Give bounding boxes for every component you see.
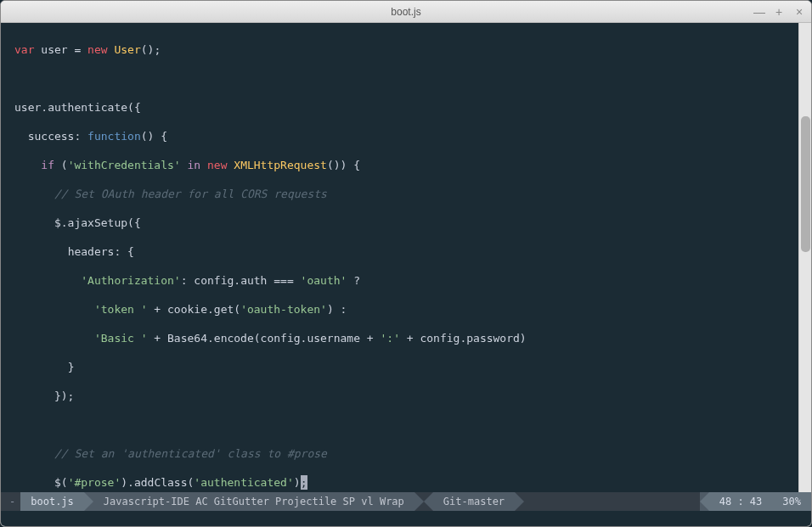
separator-icon [515,492,524,511]
close-icon[interactable]: × [794,5,804,19]
separator-icon [700,492,709,511]
cursor: ; [301,475,307,490]
editor-area[interactable]: var user = new User(); user.authenticate… [1,23,811,492]
modeline-modified: - [1,496,20,507]
maximize-icon[interactable]: + [774,5,784,19]
window-title: boot.js [391,6,420,18]
scrollbar[interactable] [798,23,811,492]
modeline-filename[interactable]: boot.js [20,492,84,511]
separator-icon [414,492,424,511]
echo-area[interactable] [1,511,811,526]
separator-icon [84,492,93,511]
scrollbar-thumb[interactable] [801,116,810,252]
window-controls: — + × [753,1,804,22]
modeline-vcs[interactable]: Git-master [433,492,515,511]
titlebar[interactable]: boot.js — + × [1,1,811,23]
minimize-icon[interactable]: — [753,5,764,19]
separator-icon [424,492,433,511]
modeline[interactable]: - boot.js Javascript-IDE AC GitGutter Pr… [1,492,811,511]
window-frame: boot.js — + × var user = new User(); use… [0,0,812,527]
code-container[interactable]: var user = new User(); user.authenticate… [1,23,798,492]
modeline-modes[interactable]: Javascript-IDE AC GitGutter Projectile S… [93,492,414,511]
modeline-percent[interactable]: 30% [772,492,811,511]
modeline-position[interactable]: 48 : 43 [709,492,773,511]
